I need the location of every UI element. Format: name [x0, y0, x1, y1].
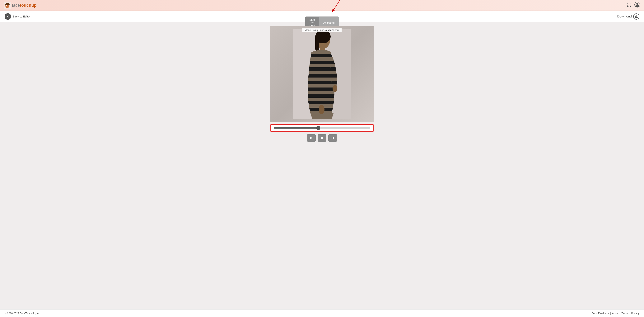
- playback-controls: [307, 134, 337, 142]
- download-label: Download: [617, 15, 632, 19]
- slider-fill: [274, 127, 318, 129]
- pause-icon: [332, 137, 334, 139]
- copyright: © 2010-2022 FaceTouchUp, Inc.: [4, 312, 40, 315]
- stop-icon: [321, 137, 323, 139]
- play-icon: [310, 137, 312, 139]
- fullscreen-button[interactable]: [627, 3, 631, 8]
- fullscreen-icon: [627, 3, 631, 7]
- svg-rect-3: [5, 4, 10, 5]
- footer: © 2010-2022 FaceTouchUp, Inc. Send Feedb…: [0, 309, 644, 317]
- download-button[interactable]: Download: [617, 14, 640, 20]
- image-container: Made Using FaceTouchUp.com: [270, 26, 374, 122]
- svg-rect-13: [315, 36, 319, 51]
- footer-links: Send Feedback | About | Terms | Privacy: [592, 312, 640, 315]
- slider-thumb[interactable]: [316, 126, 320, 130]
- back-arrow-icon: [4, 13, 11, 20]
- svg-point-7: [636, 3, 638, 5]
- back-to-editor-button[interactable]: Back to Editor: [4, 13, 30, 20]
- person-image: [293, 29, 351, 119]
- slider-container: [270, 124, 374, 132]
- svg-rect-22: [307, 101, 337, 104]
- privacy-link[interactable]: Privacy: [631, 312, 640, 315]
- download-icon: [633, 14, 640, 20]
- svg-marker-31: [310, 137, 312, 139]
- terms-link[interactable]: Terms: [622, 312, 628, 315]
- stop-button[interactable]: [318, 134, 326, 142]
- sub-header: Back to Editor Side by Side Animated Dow…: [0, 11, 644, 22]
- nav-right: [627, 2, 640, 9]
- svg-point-29: [332, 85, 337, 92]
- logo-icon: [4, 2, 11, 9]
- svg-point-30: [319, 105, 324, 114]
- sep-3: |: [630, 312, 630, 315]
- svg-point-4: [6, 5, 7, 6]
- svg-rect-32: [321, 137, 323, 139]
- send-feedback-link[interactable]: Send Feedback: [592, 312, 609, 315]
- play-button[interactable]: [307, 134, 316, 142]
- main-content: Made Using FaceTouchUp.com: [0, 22, 644, 309]
- slider-track[interactable]: [274, 127, 370, 129]
- logo-text: facetouchup: [12, 3, 36, 8]
- top-nav: facetouchup: [0, 0, 644, 11]
- svg-point-5: [8, 5, 8, 6]
- back-label: Back to Editor: [13, 15, 30, 18]
- svg-rect-34: [333, 137, 334, 139]
- logo: facetouchup: [4, 2, 36, 9]
- sep-1: |: [610, 312, 611, 315]
- watermark: Made Using FaceTouchUp.com: [302, 28, 342, 32]
- image-placeholder: [270, 26, 374, 122]
- pause-button[interactable]: [328, 134, 337, 142]
- about-link[interactable]: About: [612, 312, 618, 315]
- svg-rect-33: [332, 137, 332, 139]
- sep-2: |: [620, 312, 620, 315]
- user-icon: [634, 2, 640, 8]
- svg-rect-21: [307, 94, 337, 98]
- user-account-button[interactable]: [634, 2, 640, 9]
